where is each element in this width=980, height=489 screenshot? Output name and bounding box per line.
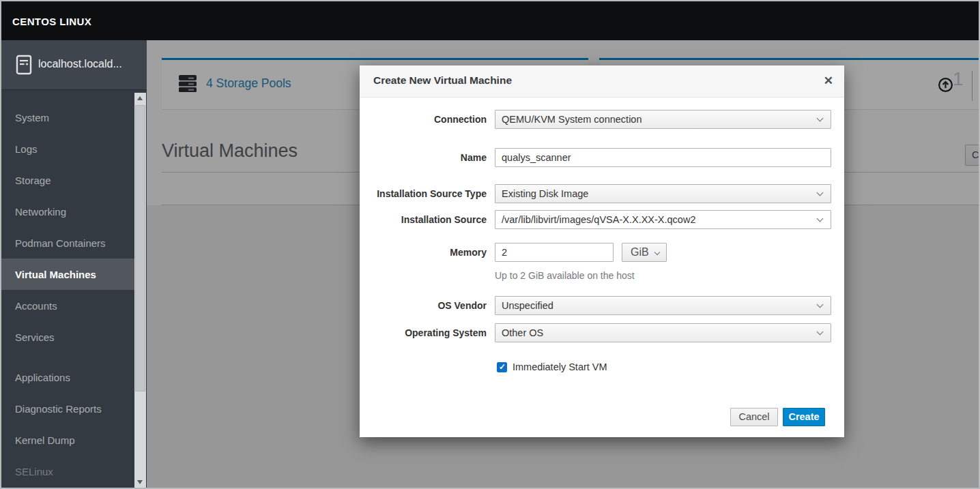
chevron-down-icon — [817, 190, 824, 196]
memory-unit-select[interactable]: GiB — [622, 243, 667, 262]
sidebar-item-applications[interactable]: Applications — [1, 361, 134, 393]
chevron-down-icon — [817, 216, 824, 222]
cancel-button[interactable]: Cancel — [730, 408, 778, 426]
brand-title: CENTOS LINUX — [12, 15, 91, 27]
sidebar-item-kernel-dump[interactable]: Kernel Dump — [1, 424, 134, 456]
operating-system-select[interactable]: Other OS — [495, 323, 831, 342]
start-vm-label: Immediately Start VM — [513, 361, 607, 372]
sidebar: localhost.locald... System Logs Storage … — [1, 40, 147, 488]
create-button[interactable]: Create — [783, 408, 825, 426]
arrow-up-icon — [137, 96, 143, 100]
sidebar-item-logs[interactable]: Logs — [1, 133, 134, 164]
sidebar-item-podman-containers[interactable]: Podman Containers — [1, 227, 134, 258]
source-type-select[interactable]: Existing Disk Image — [495, 184, 831, 203]
chevron-down-icon — [817, 329, 824, 336]
connection-select[interactable]: QEMU/KVM System connection — [495, 110, 831, 129]
close-icon[interactable]: ✕ — [824, 73, 833, 89]
server-icon — [16, 55, 33, 78]
name-input[interactable] — [495, 148, 831, 167]
sidebar-scrollbar[interactable] — [134, 93, 146, 488]
os-vendor-value: Unspecified — [502, 300, 553, 311]
memory-label: Memory — [360, 247, 487, 258]
sidebar-item-selinux[interactable]: SELinux — [1, 456, 134, 487]
scrollbar-thumb[interactable] — [135, 105, 145, 391]
memory-unit-value: GiB — [631, 246, 649, 258]
memory-helper-text: Up to 2 GiB available on the host — [495, 270, 635, 281]
os-vendor-label: OS Vendor — [360, 300, 487, 311]
sidebar-item-accounts[interactable]: Accounts — [1, 290, 134, 321]
dialog-header: Create New Virtual Machine ✕ — [360, 65, 844, 98]
operating-system-label: Operating System — [360, 327, 487, 338]
os-vendor-select[interactable]: Unspecified — [495, 296, 831, 315]
sidebar-item-diagnostic-reports[interactable]: Diagnostic Reports — [1, 393, 134, 424]
sidebar-item-system[interactable]: System — [1, 102, 134, 133]
sidebar-item-services[interactable]: Services — [1, 321, 134, 353]
sidebar-item-virtual-machines[interactable]: Virtual Machines — [1, 258, 134, 290]
create-vm-dialog: Create New Virtual Machine ✕ Connection … — [360, 65, 844, 437]
sidebar-item-storage[interactable]: Storage — [1, 164, 134, 196]
chevron-down-icon — [654, 250, 660, 255]
sidebar-nav: System Logs Storage Networking Podman Co… — [1, 102, 134, 487]
arrow-down-icon — [137, 480, 143, 484]
source-type-label: Installation Source Type — [360, 188, 487, 199]
host-selector[interactable]: localhost.locald... — [1, 40, 147, 90]
start-vm-checkbox[interactable] — [497, 362, 507, 372]
connection-label: Connection — [360, 114, 487, 125]
scroll-up-button[interactable] — [134, 93, 146, 104]
scroll-down-button[interactable] — [134, 477, 146, 488]
source-label: Installation Source — [360, 214, 487, 225]
memory-input[interactable] — [495, 243, 614, 262]
dialog-title: Create New Virtual Machine — [373, 74, 512, 87]
source-combobox[interactable]: /var/lib/libvirt/images/qVSA-X.X.XX-X.qc… — [495, 210, 831, 229]
connection-value: QEMU/KVM System connection — [502, 114, 642, 125]
name-label: Name — [360, 152, 487, 163]
source-type-value: Existing Disk Image — [502, 188, 588, 199]
top-navbar: CENTOS LINUX — [1, 1, 979, 40]
operating-system-value: Other OS — [502, 327, 543, 338]
sidebar-item-networking[interactable]: Networking — [1, 196, 134, 227]
screen: CENTOS LINUX localhost.locald... System … — [0, 0, 980, 489]
source-value: /var/lib/libvirt/images/qVSA-X.X.XX-X.qc… — [502, 214, 695, 225]
host-name: localhost.locald... — [38, 58, 122, 70]
chevron-down-icon — [817, 301, 824, 308]
chevron-down-icon — [817, 115, 824, 122]
